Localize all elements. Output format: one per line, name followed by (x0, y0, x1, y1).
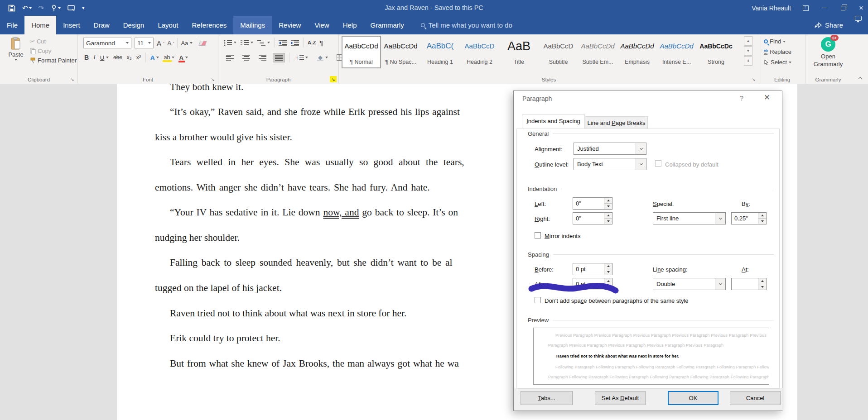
tab-indents-and-spacing[interactable]: Indents and Spacing (522, 115, 585, 129)
tab-view[interactable]: View (308, 16, 336, 34)
special-dropdown-icon[interactable] (715, 213, 725, 224)
paste-button[interactable]: Paste (4, 37, 28, 78)
line-spacing-button[interactable]: ↕ (294, 53, 310, 62)
outline-level-select[interactable]: Body Text (574, 158, 646, 170)
spacing-after-up-icon[interactable] (604, 278, 612, 284)
underline-button[interactable]: U (100, 54, 109, 61)
subscript-button[interactable]: x₂ (127, 54, 132, 61)
find-button[interactable]: Find (764, 38, 791, 45)
tab-references[interactable]: References (185, 16, 233, 34)
minimize-icon[interactable] (822, 8, 827, 9)
alignment-dropdown-icon[interactable] (636, 143, 646, 154)
shading-button[interactable] (314, 52, 330, 62)
style-heading-2[interactable]: AaBbCcD Heading 2 (460, 36, 499, 68)
tell-me-search[interactable]: Tell me what you want to do (421, 16, 512, 34)
style-heading-1[interactable]: AaBbC( Heading 1 (420, 36, 460, 68)
italic-button[interactable]: I (93, 54, 96, 61)
clipboard-dialog-launcher[interactable]: ↘ (69, 76, 76, 82)
tab-draw[interactable]: Draw (87, 16, 116, 34)
clear-formatting-icon[interactable] (198, 41, 207, 46)
alignment-select[interactable]: Justified (574, 143, 646, 155)
decrease-indent-icon[interactable] (279, 40, 287, 46)
replace-button[interactable]: abacReplace (764, 48, 791, 55)
cancel-button[interactable]: Cancel (730, 391, 781, 405)
spacing-before-down-icon[interactable] (604, 269, 612, 275)
ribbon-display-options-icon[interactable] (803, 5, 809, 11)
dialog-close-icon[interactable]: ✕ (760, 93, 774, 104)
at-input[interactable] (731, 278, 767, 290)
open-grammarly-button[interactable]: G 5+ Open Grammarly (805, 37, 851, 68)
font-family-combo[interactable]: Garamond (83, 38, 131, 48)
justify-button[interactable] (273, 53, 285, 62)
indent-left-input[interactable]: 0" (573, 197, 612, 210)
dialog-help-icon[interactable]: ? (737, 94, 747, 102)
text-effects-button[interactable]: A (150, 54, 159, 61)
line-spacing-dropdown-icon[interactable] (715, 278, 725, 290)
tab-review[interactable]: Review (272, 16, 308, 34)
style-no-spacing[interactable]: AaBbCcDd ¶ No Spac... (381, 36, 420, 68)
style-subtitle[interactable]: AaBbCcD Subtitle (539, 36, 578, 68)
tab-home[interactable]: Home (24, 16, 56, 34)
copy-button[interactable]: Copy (30, 48, 77, 54)
styles-scroll-up-icon[interactable]: ▲ (744, 36, 752, 46)
cut-button[interactable]: ✂ Cut (30, 38, 77, 45)
styles-more-icon[interactable]: ⇟ (744, 56, 752, 66)
special-select[interactable]: First line (653, 212, 726, 224)
collapse-ribbon-icon[interactable] (858, 77, 862, 81)
font-size-combo[interactable]: 11 (135, 38, 154, 48)
spacing-after-input[interactable]: 0 pt (573, 278, 612, 290)
strikethrough-button[interactable]: abc (113, 54, 122, 61)
account-user-name[interactable]: Vania Rheault (752, 5, 791, 12)
outline-level-dropdown-icon[interactable] (636, 158, 646, 170)
style-emphasis[interactable]: AaBbCcDd Emphasis (617, 36, 657, 68)
comments-icon[interactable] (855, 16, 862, 21)
style-title[interactable]: AaB Title (499, 36, 539, 68)
indent-right-input[interactable]: 0" (573, 212, 612, 224)
font-dialog-launcher[interactable]: ↘ (209, 76, 216, 82)
sort-icon[interactable]: A↓Z (308, 40, 315, 45)
mirror-indents-checkbox[interactable] (535, 232, 541, 239)
line-spacing-select[interactable]: Double (653, 278, 726, 290)
tab-layout[interactable]: Layout (151, 16, 185, 34)
select-button[interactable]: Select (764, 59, 791, 66)
indent-right-up-icon[interactable] (604, 213, 612, 219)
indent-right-down-icon[interactable] (604, 219, 612, 224)
set-as-default-button[interactable]: Set As Default (595, 391, 646, 405)
change-case-button[interactable]: Aa (181, 40, 193, 47)
tab-design[interactable]: Design (116, 16, 151, 34)
indent-left-up-icon[interactable] (604, 198, 612, 204)
paragraph-dialog-launcher[interactable]: ↘ (330, 76, 337, 82)
multilevel-list-button[interactable] (257, 40, 270, 46)
style-subtle-emphasis[interactable]: AaBbCcDd Subtle Em... (578, 36, 617, 68)
by-up-icon[interactable] (758, 213, 766, 219)
align-right-button[interactable] (256, 53, 269, 62)
styles-dialog-launcher[interactable]: ↘ (750, 76, 757, 82)
tab-mailings[interactable]: Mailings (233, 16, 272, 34)
tab-line-and-page-breaks[interactable]: Line and Page Breaks (585, 116, 648, 129)
align-center-button[interactable] (240, 53, 252, 62)
by-down-icon[interactable] (758, 219, 766, 224)
format-painter-button[interactable]: Format Painter (30, 57, 77, 64)
tab-grammarly[interactable]: Grammarly (364, 16, 411, 34)
styles-scroll-down-icon[interactable]: ▼ (744, 46, 752, 56)
at-down-icon[interactable] (758, 284, 766, 290)
by-input[interactable]: 0.25" (731, 212, 767, 224)
tab-file[interactable]: File (0, 16, 24, 34)
share-button[interactable]: Share (814, 16, 843, 34)
style-normal[interactable]: AaBbCcDd ¶ Normal (342, 36, 381, 68)
style-intense-emphasis[interactable]: AaBbCcDd Intense E... (657, 36, 696, 68)
tabs-button[interactable]: Tabs... (521, 391, 573, 405)
indent-left-down-icon[interactable] (604, 204, 612, 209)
bold-button[interactable]: B (84, 54, 89, 61)
tab-insert[interactable]: Insert (56, 16, 87, 34)
superscript-button[interactable]: x² (136, 54, 141, 61)
font-color-button[interactable]: A (179, 54, 188, 61)
show-formatting-marks-icon[interactable]: ¶ (319, 39, 323, 47)
increase-indent-icon[interactable] (291, 40, 299, 46)
spacing-before-input[interactable]: 0 pt (573, 263, 612, 275)
restore-icon[interactable] (841, 6, 845, 10)
shrink-font-button[interactable]: Aˇ (168, 40, 174, 46)
spacing-before-up-icon[interactable] (604, 263, 612, 269)
numbering-button[interactable] (241, 40, 253, 46)
highlight-color-button[interactable]: ab (164, 54, 174, 61)
